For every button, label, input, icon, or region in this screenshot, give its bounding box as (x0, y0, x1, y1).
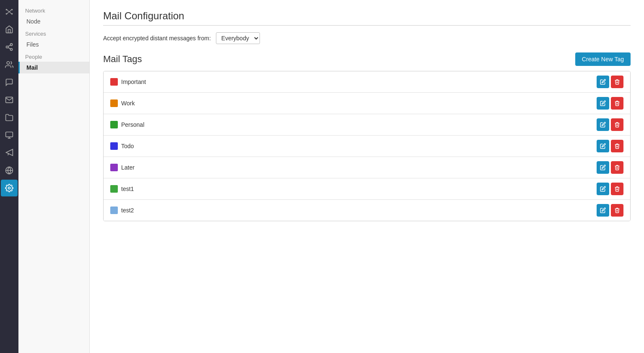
rail-share[interactable] (1, 39, 18, 55)
svg-point-9 (10, 44, 13, 46)
sidebar-item-files[interactable]: Files (18, 39, 89, 50)
tag-left-2: Personal (110, 121, 144, 128)
page-title: Mail Configuration (103, 10, 631, 22)
tag-name-2: Personal (121, 121, 144, 128)
tag-left-6: test2 (110, 207, 134, 214)
tag-color-4 (110, 164, 118, 171)
tag-color-2 (110, 121, 118, 128)
tag-name-0: Important (121, 78, 146, 85)
svg-point-14 (7, 62, 10, 65)
rail-people[interactable] (1, 56, 18, 73)
rail-mail[interactable] (1, 92, 18, 108)
tag-name-1: Work (121, 100, 135, 107)
tag-left-4: Later (110, 164, 135, 171)
delete-tag-2-button[interactable] (611, 118, 623, 131)
tag-color-3 (110, 142, 118, 150)
svg-point-2 (11, 9, 13, 10)
svg-point-0 (8, 11, 10, 12)
tag-left-5: test1 (110, 185, 134, 193)
delete-tag-3-button[interactable] (611, 140, 623, 152)
sidebar-item-people[interactable]: People (18, 50, 89, 62)
rail-home[interactable] (1, 21, 18, 38)
svg-point-1 (6, 9, 7, 10)
sidebar-item-network[interactable]: Network (18, 4, 89, 16)
tag-name-4: Later (121, 164, 135, 171)
svg-point-4 (11, 13, 13, 14)
rail-megaphone[interactable] (1, 144, 18, 161)
main-content: Mail Configuration Accept encrypted dist… (90, 0, 644, 353)
svg-point-20 (8, 187, 10, 189)
tag-row: Important (104, 71, 630, 93)
tag-color-1 (110, 99, 118, 107)
rail-globe[interactable] (1, 162, 18, 179)
tag-color-0 (110, 78, 118, 86)
tag-row: Todo (104, 136, 630, 157)
edit-tag-3-button[interactable] (597, 140, 609, 152)
edit-tag-0-button[interactable] (597, 76, 609, 88)
tag-actions-6 (597, 204, 623, 217)
tags-table: Important Work (103, 71, 631, 221)
sidebar-item-services[interactable]: Services (18, 27, 89, 39)
rail-settings[interactable] (1, 180, 18, 196)
svg-point-3 (6, 13, 7, 14)
tag-name-5: test1 (121, 186, 134, 192)
tag-left-1: Work (110, 99, 135, 107)
svg-line-7 (7, 12, 8, 14)
title-divider (103, 25, 631, 26)
section-header: Mail Tags Create New Tag (103, 52, 631, 66)
rail-chat[interactable] (1, 74, 18, 91)
svg-point-10 (6, 46, 8, 48)
tag-left-0: Important (110, 78, 146, 86)
rail-network[interactable] (1, 3, 18, 20)
tag-left-3: Todo (110, 142, 134, 150)
create-new-tag-button[interactable]: Create New Tag (575, 52, 631, 66)
tag-actions-3 (597, 140, 623, 152)
delete-tag-6-button[interactable] (611, 204, 623, 217)
tag-row: test1 (104, 178, 630, 200)
section-title: Mail Tags (103, 54, 142, 65)
delete-tag-5-button[interactable] (611, 183, 623, 195)
edit-tag-2-button[interactable] (597, 118, 609, 131)
delete-tag-4-button[interactable] (611, 161, 623, 174)
svg-line-5 (7, 10, 8, 11)
svg-rect-15 (6, 132, 13, 137)
sidebar: Network Node Services Files People Mail (18, 0, 90, 353)
svg-line-8 (10, 12, 11, 14)
tag-row: Work (104, 93, 630, 114)
tag-row: test2 (104, 200, 630, 221)
delete-tag-0-button[interactable] (611, 76, 623, 88)
svg-line-12 (8, 47, 10, 49)
sidebar-item-mail[interactable]: Mail (18, 62, 89, 73)
svg-line-13 (8, 45, 10, 46)
tag-color-5 (110, 185, 118, 193)
tag-actions-4 (597, 161, 623, 174)
config-select[interactable]: Everybody Friends Nobody (216, 32, 260, 44)
tag-actions-0 (597, 76, 623, 88)
tag-row: Personal (104, 114, 630, 136)
edit-tag-5-button[interactable] (597, 183, 609, 195)
config-row: Accept encrypted distant messages from: … (103, 32, 631, 44)
sidebar-item-node[interactable]: Node (18, 16, 89, 27)
svg-line-6 (10, 10, 11, 11)
edit-tag-4-button[interactable] (597, 161, 609, 174)
tag-actions-2 (597, 118, 623, 131)
config-label: Accept encrypted distant messages from: (103, 35, 211, 42)
rail-monitor[interactable] (1, 127, 18, 144)
edit-tag-1-button[interactable] (597, 97, 609, 110)
svg-point-11 (10, 48, 13, 50)
tag-name-3: Todo (121, 143, 134, 149)
tag-actions-5 (597, 183, 623, 195)
edit-tag-6-button[interactable] (597, 204, 609, 217)
tag-color-6 (110, 207, 118, 214)
rail-files[interactable] (1, 109, 18, 126)
delete-tag-1-button[interactable] (611, 97, 623, 110)
tag-name-6: test2 (121, 207, 134, 214)
tag-actions-1 (597, 97, 623, 110)
tag-row: Later (104, 157, 630, 178)
icon-rail (0, 0, 18, 353)
